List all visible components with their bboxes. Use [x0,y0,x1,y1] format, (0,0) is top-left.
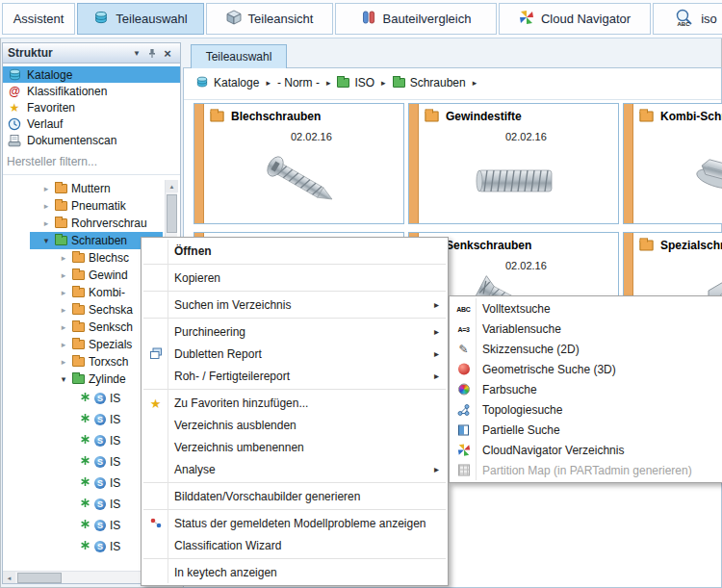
cloud-navigator-pinwheel-icon [455,442,472,458]
catalog-card-kombi-schrauben[interactable]: Kombi-Schrau [623,103,722,224]
chevron-right-icon[interactable] [59,357,68,367]
tab-cloud-navigator[interactable]: Cloud Navigator [499,3,651,35]
submenu-item-geometric-search-3d[interactable]: Geometrische Suche (3D) [450,359,722,379]
chevron-right-icon[interactable] [59,305,68,315]
tree-item-senkschrauben[interactable]: Senksch [3,319,163,336]
tab-teileauswahl[interactable]: Teileauswahl [77,3,204,35]
chevron-right-icon[interactable] [41,184,51,193]
context-menu: Öffnen Kopieren Suchen im Verzeichnis Pu… [141,237,449,586]
tree-item-part[interactable]: SIS [3,515,163,536]
tree-item-pneumatik[interactable]: Pneumatik [3,197,163,215]
tree-item-part[interactable]: SIS [3,494,163,515]
chevron-right-icon[interactable] [59,322,68,332]
manufacturer-filter-input[interactable] [7,155,151,168]
menu-item-search-in-directory[interactable]: Suchen im Verzeichnis [142,294,448,316]
submenu-item-color-search[interactable]: Farbsuche [450,379,722,399]
chevron-down-icon[interactable] [59,374,68,384]
scroll-left-icon[interactable] [3,572,15,584]
menu-item-classification-wizard[interactable]: Classification Wizard [142,534,448,556]
menu-item-analyse[interactable]: Analyse [142,458,448,480]
breadcrumb-item-iso[interactable]: ISO [337,76,374,89]
menu-item-purchineering[interactable]: Purchineering [142,320,448,343]
sidebar-item-dokumentenscan[interactable]: Dokumentenscan [3,132,180,148]
scrollbar-thumb[interactable] [17,573,62,583]
tree-item-part[interactable]: SIS [3,409,163,430]
folder-icon [72,288,85,297]
menu-item-generate-preview-images[interactable]: Bilddaten/Vorschaubilder generieren [142,485,448,507]
tab-assistent[interactable]: Assistent [2,3,75,35]
chevron-right-icon[interactable] [59,340,68,349]
tab-bauteilvergleich[interactable]: Bauteilvergleich [335,3,497,35]
menu-item-duplicate-report[interactable]: Dubletten Report [142,343,448,365]
close-icon[interactable] [160,46,175,61]
tree-item-rohrverschrau[interactable]: Rohrverschrau [3,215,163,232]
tree-label: IS [110,413,120,426]
tab-teileansicht[interactable]: Teileansicht [206,3,333,35]
sidebar-item-favoriten[interactable]: ★ Favoriten [3,99,180,115]
sidebar-item-kataloge[interactable]: Kataloge [3,66,180,83]
topology-graph-icon [455,401,472,418]
submenu-item-partial-search[interactable]: Partielle Suche [450,420,722,440]
tree-label: Torxsch [89,355,128,369]
breadcrumb-item-kataloge[interactable]: Kataloge [195,75,259,91]
chevron-right-icon[interactable] [59,270,68,280]
chevron-right-icon[interactable] [41,218,51,228]
menu-item-open[interactable]: Öffnen [142,240,448,262]
tree-item-spezial[interactable]: Spezials [3,336,163,353]
tree-item-blechschrauben[interactable]: Blechsc [3,249,163,267]
submenu-item-sketch-search-2d[interactable]: ✎Skizzensuche (2D) [450,339,722,359]
chevron-right-icon[interactable] [59,253,68,263]
submenu-item-topology-search[interactable]: Topologiesuche [450,399,722,420]
tree-item-part[interactable]: SIS [3,473,163,494]
sidebar-item-verlauf[interactable]: Verlauf [3,115,180,132]
norm-asterisk-icon [80,434,90,447]
panel-menu-icon[interactable] [129,46,144,61]
scrollbar-thumb[interactable] [167,194,177,233]
menu-item-hide-directory[interactable]: Verzeichnis ausblenden [142,414,448,436]
search-abc-icon: ABC [675,9,694,30]
tree-item-schrauben[interactable]: Schrauben [3,232,163,249]
tree-item-part[interactable]: SIS [3,536,163,557]
tree-item-sechskant[interactable]: Sechska [3,301,163,319]
breadcrumb-label: ISO [354,76,374,89]
catalog-card-blechschrauben[interactable]: Blechschrauben 02.02.16 [193,103,404,224]
menu-item-add-to-favorites[interactable]: ★Zu Favoriten hinzufügen... [142,392,448,414]
menu-item-show-in-keytech[interactable]: In keytech anzeigen [142,561,448,583]
submenu-item-fulltext-search[interactable]: ABCVolltextsuche [450,298,722,319]
menu-separator [143,318,446,319]
submenu-item-variable-search[interactable]: A=3Variablensuche [450,319,722,339]
sidebar-item-klassifikationen[interactable]: @ Klassifikationen [3,83,180,99]
pin-icon[interactable] [144,46,160,61]
menu-item-copy[interactable]: Kopieren [142,267,448,289]
tree-item-gewindestifte[interactable]: Gewind [3,267,163,284]
breadcrumb-item-schrauben[interactable]: Schrauben [393,76,466,89]
open-folder-icon [393,78,405,88]
tree-item-part[interactable]: SIS [3,388,163,409]
menu-item-label: Status der gemeldeten Modellprobleme anz… [174,517,426,530]
tree-label: IS [110,498,120,511]
menu-item-model-problems-status[interactable]: Status der gemeldeten Modellprobleme anz… [142,512,448,534]
tree-item-part[interactable]: SIS [3,430,163,451]
catalog-card-gewindestifte[interactable]: Gewindestifte 02.02.16 [408,103,619,224]
tree-label: IS [110,455,120,469]
chevron-right-icon[interactable] [41,201,51,211]
submenu-item-cloudnavigator-directory[interactable]: CloudNavigator Verzeichnis [450,440,722,460]
tree-item-kombi[interactable]: Kombi- [3,284,163,301]
folder-icon [639,112,653,122]
tab-teileauswahl-view[interactable]: Teileauswahl [191,44,287,68]
card-date: 02.02.16 [505,131,547,142]
breadcrumb-item-norm[interactable]: - Norm - [277,76,320,89]
card-title: Senkschrauben [446,239,531,252]
scroll-up-icon[interactable] [166,180,178,192]
menu-item-rename-directory[interactable]: Verzeichnis umbenennen [142,436,448,458]
tree-item-muttern[interactable]: Muttern [3,180,163,197]
folder-icon [72,340,85,349]
folder-icon [55,184,67,193]
menu-item-raw-finished-report[interactable]: Roh- / Fertigteilereport [142,365,448,387]
chevron-right-icon[interactable] [59,288,68,297]
tab-fulltext-search[interactable]: ABC iso [653,3,722,35]
tree-item-torx[interactable]: Torxsch [3,353,163,371]
chevron-down-icon[interactable] [41,236,51,245]
tree-item-zylinder[interactable]: Zylinde [3,371,163,388]
tree-item-part[interactable]: SIS [3,451,163,473]
